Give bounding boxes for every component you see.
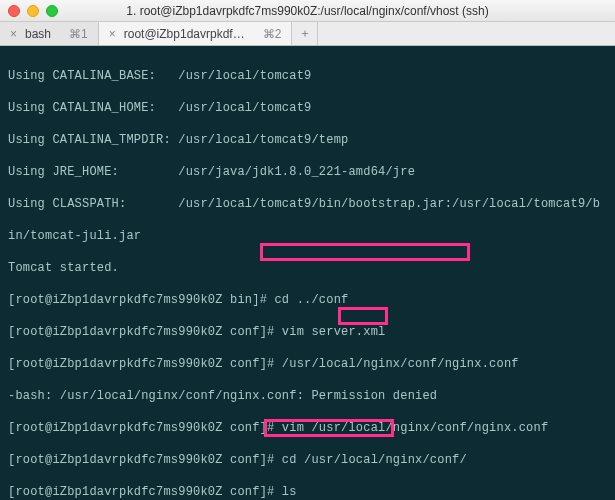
terminal-line: Using JRE_HOME: /usr/java/jdk1.8.0_221-a…: [8, 164, 607, 180]
terminal-line: Using CLASSPATH: /usr/local/tomcat9/bin/…: [8, 196, 607, 212]
tab-shortcut: ⌘2: [263, 27, 282, 41]
terminal-line: Using CATALINA_TMPDIR: /usr/local/tomcat…: [8, 132, 607, 148]
highlight-box: [260, 243, 470, 261]
terminal-line: [root@iZbp1davrpkdfc7ms990k0Z conf]# /us…: [8, 356, 607, 372]
terminal-line: [root@iZbp1davrpkdfc7ms990k0Z conf]# cd …: [8, 452, 607, 468]
close-icon[interactable]: ×: [109, 27, 116, 41]
terminal-line: [root@iZbp1davrpkdfc7ms990k0Z conf]# vim…: [8, 420, 607, 436]
tab-shortcut: ⌘1: [69, 27, 88, 41]
minimize-icon[interactable]: [27, 5, 39, 17]
close-icon[interactable]: ×: [10, 27, 17, 41]
terminal[interactable]: Using CATALINA_BASE: /usr/local/tomcat9 …: [0, 46, 615, 500]
terminal-line: [root@iZbp1davrpkdfc7ms990k0Z conf]# ls: [8, 484, 607, 500]
terminal-line: [root@iZbp1davrpkdfc7ms990k0Z bin]# cd .…: [8, 292, 607, 308]
tab-ssh[interactable]: × root@iZbp1davrpkdf… ⌘2: [99, 22, 293, 45]
terminal-line: Tomcat started.: [8, 260, 607, 276]
window-title: 1. root@iZbp1davrpkdfc7ms990k0Z:/usr/loc…: [126, 4, 488, 18]
zoom-icon[interactable]: [46, 5, 58, 17]
terminal-line: Using CATALINA_HOME: /usr/local/tomcat9: [8, 100, 607, 116]
tab-label: root@iZbp1davrpkdf…: [124, 27, 245, 41]
tabbar: × bash ⌘1 × root@iZbp1davrpkdf… ⌘2 ＋: [0, 22, 615, 46]
plus-icon: ＋: [299, 25, 311, 42]
highlight-box: [338, 307, 388, 325]
terminal-line: -bash: /usr/local/nginx/conf/nginx.conf:…: [8, 388, 607, 404]
tab-bash[interactable]: × bash ⌘1: [0, 22, 99, 45]
add-tab-button[interactable]: ＋: [292, 22, 318, 45]
titlebar: 1. root@iZbp1davrpkdfc7ms990k0Z:/usr/loc…: [0, 0, 615, 22]
tab-label: bash: [25, 27, 51, 41]
terminal-line: Using CATALINA_BASE: /usr/local/tomcat9: [8, 68, 607, 84]
terminal-line: [root@iZbp1davrpkdfc7ms990k0Z conf]# vim…: [8, 324, 607, 340]
terminal-line: in/tomcat-juli.jar: [8, 228, 607, 244]
close-icon[interactable]: [8, 5, 20, 17]
traffic-lights: [8, 5, 58, 17]
